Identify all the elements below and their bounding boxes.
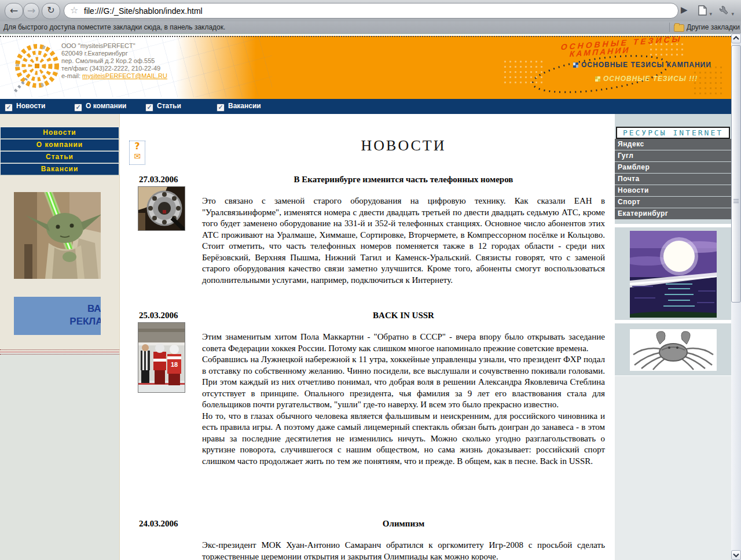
folder-icon bbox=[674, 24, 684, 32]
webpage: ООО "mysiteisPERFECT" 620049 г.Екатеринб… bbox=[0, 34, 731, 560]
dotted-separator bbox=[0, 349, 119, 355]
resource-link-pochta[interactable]: Почта bbox=[615, 174, 731, 185]
email-link[interactable]: mysiteisPERFECT@MAIL.RU bbox=[82, 72, 167, 79]
checkbox-icon: ✓ bbox=[217, 104, 225, 112]
nav-item-o-kompanii[interactable]: ✓О компании bbox=[74, 102, 127, 112]
go-button[interactable]: ▶ bbox=[681, 5, 688, 15]
scroll-down-button[interactable] bbox=[731, 550, 741, 560]
company-phone: тел/факс (343)22-2222, 210-22-49 bbox=[61, 65, 167, 72]
nav-item-vakansii[interactable]: ✓Вакансии bbox=[217, 102, 261, 112]
resource-link-google[interactable]: Гугл bbox=[615, 150, 731, 162]
bookmarks-hint: Для быстрого доступа поместите закладки … bbox=[3, 23, 225, 31]
dots-decoration bbox=[502, 59, 543, 84]
nav-item-stati[interactable]: ✓Статьи bbox=[145, 102, 181, 112]
address-bar[interactable]: ☆ bbox=[64, 3, 678, 19]
url-input[interactable] bbox=[83, 5, 664, 17]
article-paragraph: Этим знаменитым хитом Пола Маккартни - "… bbox=[202, 331, 605, 354]
checker-icon bbox=[573, 62, 578, 68]
resource-link-ekaterinburg[interactable]: Екатеринбург bbox=[615, 208, 731, 220]
company-street: пер. Смолный д.2 Кор.2 оф.555 bbox=[61, 57, 167, 65]
left-sidebar: Новости О компании Статьи Вакансии bbox=[0, 114, 119, 560]
article-paragraph: Но то, что в глазах обычного человека яв… bbox=[202, 411, 605, 467]
hockey-photo: 18 bbox=[138, 322, 185, 393]
left-menu: Новости О компании Статьи Вакансии bbox=[0, 127, 119, 175]
crab-photo bbox=[630, 329, 717, 371]
nav-item-novosti[interactable]: ✓Новости bbox=[5, 102, 45, 112]
ad-line2: РЕКЛАМА bbox=[14, 315, 101, 328]
reload-button[interactable]: ↻ bbox=[42, 3, 60, 19]
resource-link-novosti[interactable]: Новости bbox=[615, 185, 731, 197]
bookmarks-bar: Для быстрого доступа поместите закладки … bbox=[0, 21, 741, 34]
rotary-phone-photo bbox=[138, 186, 185, 231]
article-headline: В Екатеринбурге изменится часть телефонн… bbox=[202, 175, 605, 185]
company-logo-icon bbox=[10, 40, 61, 95]
scrollbar-thumb[interactable] bbox=[731, 45, 741, 303]
page-title: НОВОСТИ bbox=[202, 137, 605, 154]
page-menu-caret: ▾ bbox=[709, 11, 712, 17]
resources-title: РЕСУРСЫ INTERNET bbox=[616, 127, 730, 139]
article-headline: Олимпизм bbox=[202, 519, 605, 529]
back-button[interactable]: ← bbox=[5, 3, 23, 19]
other-bookmarks-button[interactable]: Другие закладки bbox=[687, 23, 740, 31]
header-slogan-sub: ОСНОВНЫЕ ТЕЗИСЫ !!! bbox=[595, 75, 698, 83]
page-menu-icon[interactable]: ▾ bbox=[698, 5, 712, 18]
main-navbar: ✓Новости ✓О компании ✓Статьи ✓Вакансии bbox=[0, 99, 731, 114]
resource-link-yandex[interactable]: Яндекс bbox=[615, 139, 731, 150]
main-content: ? ✉ НОВОСТИ 27.03.2006 bbox=[119, 114, 615, 560]
slogan-main-text: ОСНОВНЫЕ ТЕЗИСЫ КАМПАНИИ bbox=[581, 61, 711, 69]
scrollbar-grip bbox=[733, 199, 739, 204]
scroll-up-button[interactable] bbox=[731, 34, 741, 43]
left-sidebar-lower bbox=[0, 352, 119, 560]
section-gap bbox=[615, 320, 731, 323]
moon-over-sea-photo bbox=[630, 231, 717, 318]
article-paragraph: Экс-президент МОК Хуан-Антонио Самаранч … bbox=[202, 540, 605, 560]
site-header: ООО "mysiteisPERFECT" 620049 г.Екатеринб… bbox=[0, 36, 731, 101]
wrench-menu-caret: ▾ bbox=[731, 11, 734, 17]
resource-link-rambler[interactable]: Рамблер bbox=[615, 162, 731, 174]
checker-icon bbox=[595, 76, 600, 82]
checkbox-icon: ✓ bbox=[145, 104, 153, 112]
article-date: 27.03.2006 bbox=[139, 175, 178, 185]
help-icon[interactable]: ? bbox=[130, 141, 145, 152]
help-mail-widget[interactable]: ? ✉ bbox=[129, 141, 145, 165]
browser-window: ← → ↻ ☆ ▶ ▾ ▾ Для быстрого доступа помес… bbox=[0, 0, 741, 560]
wrench-menu-icon[interactable]: ▾ bbox=[719, 5, 734, 18]
checkbox-icon: ✓ bbox=[5, 104, 13, 112]
article-paragraph: Это связано с заменой старого оборудован… bbox=[202, 196, 605, 286]
ad-banner[interactable]: ВАША РЕКЛАМА bbox=[14, 297, 101, 335]
vertical-scrollbar[interactable] bbox=[731, 34, 741, 560]
right-sidebar-lower bbox=[615, 375, 731, 560]
nav-label: Статьи bbox=[157, 102, 181, 110]
nav-label: Новости bbox=[16, 102, 45, 110]
sidebar-item-vakansii[interactable]: Вакансии bbox=[0, 163, 119, 175]
browser-toolbar: ← → ↻ ☆ ▶ ▾ ▾ bbox=[0, 0, 741, 22]
nav-label: О компании bbox=[86, 102, 127, 110]
right-sidebar: РЕСУРСЫ INTERNET Яндекс Гугл Рамблер Поч… bbox=[615, 114, 731, 560]
company-info: ООО "mysiteisPERFECT" 620049 г.Екатеринб… bbox=[61, 42, 167, 80]
sidebar-item-stati[interactable]: Статьи bbox=[0, 151, 119, 163]
forward-button[interactable]: → bbox=[23, 3, 39, 19]
email-label: e-mail: bbox=[61, 72, 80, 79]
mail-icon[interactable]: ✉ bbox=[130, 152, 145, 161]
article-headline: BACK IN USSR bbox=[202, 311, 605, 320]
yoda-photo bbox=[14, 192, 101, 279]
slogan-sub-text: ОСНОВНЫЕ ТЕЗИСЫ !!! bbox=[603, 75, 698, 83]
resource-link-sport[interactable]: Спорт bbox=[615, 197, 731, 208]
company-city: 620049 г.Екатеринбург bbox=[61, 50, 167, 57]
svg-text:18: 18 bbox=[171, 361, 178, 368]
company-name: ООО "mysiteisPERFECT" bbox=[61, 42, 167, 50]
bookmarks-separator bbox=[669, 23, 670, 32]
sidebar-item-novosti[interactable]: Новости bbox=[0, 127, 119, 139]
article-date: 25.03.2006 bbox=[139, 311, 178, 320]
crab-section bbox=[615, 325, 731, 375]
bookmark-star-icon[interactable]: ☆ bbox=[70, 5, 78, 16]
nav-label: Вакансии bbox=[228, 102, 261, 110]
article-date: 24.03.2006 bbox=[139, 519, 178, 529]
sidebar-item-o-kompanii[interactable]: О компании bbox=[0, 139, 119, 151]
moon-section bbox=[615, 227, 731, 320]
article-paragraph: Собравшись на Лужнецкой набережной к 11 … bbox=[202, 354, 605, 411]
ad-line1: ВАША bbox=[14, 303, 101, 315]
company-email-line: e-mail: mysiteisPERFECT@MAIL.RU bbox=[61, 72, 167, 80]
header-slogan-main: ОСНОВНЫЕ ТЕЗИСЫ КАМПАНИИ bbox=[573, 61, 711, 69]
checkbox-icon: ✓ bbox=[74, 104, 82, 112]
